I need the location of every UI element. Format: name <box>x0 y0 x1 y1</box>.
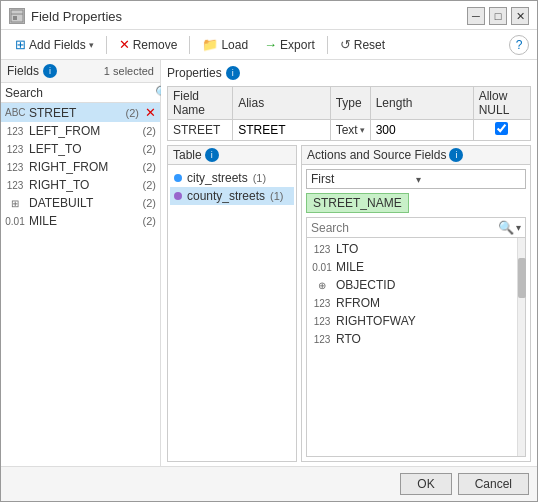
table-row: STREET Text ▾ <box>168 120 531 141</box>
table-subpanel-label: Table <box>173 148 202 162</box>
minimize-button[interactable]: ─ <box>467 7 485 25</box>
actions-list-item[interactable]: 123RIGHTOFWAY <box>307 312 517 330</box>
reset-button[interactable]: ↺ Reset <box>334 34 391 55</box>
length-input[interactable] <box>376 123 468 137</box>
actions-search-input[interactable] <box>311 221 498 235</box>
field-count-label: (2) <box>143 197 156 209</box>
table-info-icon[interactable]: i <box>205 148 219 162</box>
fields-info-icon[interactable]: i <box>43 64 57 78</box>
table-count-label: (1) <box>253 172 266 184</box>
cell-length[interactable] <box>370 120 473 141</box>
actions-list-item[interactable]: 123RTO <box>307 330 517 348</box>
remove-icon: ✕ <box>119 37 130 52</box>
list-item[interactable]: 123RIGHT_FROM(2) <box>1 158 160 176</box>
cell-allow-null[interactable] <box>473 120 530 141</box>
actions-list-item[interactable]: ⊕OBJECTID <box>307 276 517 294</box>
actions-search-bar: 🔍 ▾ <box>307 218 525 238</box>
list-item[interactable]: ⊞DATEBUILT(2) <box>1 194 160 212</box>
actions-info-icon[interactable]: i <box>449 148 463 162</box>
add-fields-button[interactable]: ⊞ Add Fields ▾ <box>9 34 100 55</box>
table-color-dot <box>174 174 182 182</box>
remove-label: Remove <box>133 38 178 52</box>
list-item[interactable]: 0.01MILE(2) <box>1 212 160 230</box>
separator-1 <box>106 36 107 54</box>
cell-alias[interactable] <box>233 120 331 141</box>
remove-button[interactable]: ✕ Remove <box>113 34 184 55</box>
actions-field-type-icon: 123 <box>312 244 332 255</box>
actions-list-item[interactable]: 123LTO <box>307 240 517 258</box>
actions-search-dropdown-arrow[interactable]: ▾ <box>516 222 521 233</box>
field-type-icon: 123 <box>5 144 25 155</box>
list-item[interactable]: 123LEFT_TO(2) <box>1 140 160 158</box>
fields-header: Fields i 1 selected <box>1 60 160 83</box>
title-buttons: ─ □ ✕ <box>467 7 529 25</box>
col-length: Length <box>370 87 473 120</box>
table-list-item[interactable]: county_streets (1) <box>170 187 294 205</box>
load-button[interactable]: 📁 Load <box>196 34 254 55</box>
left-panel: Fields i 1 selected 🔍 ▾ ABCSTREET(2)✕123… <box>1 60 161 466</box>
table-name-label: county_streets <box>187 189 265 203</box>
list-item[interactable]: ABCSTREET(2)✕ <box>1 103 160 122</box>
svg-rect-2 <box>13 16 17 20</box>
field-name-label: STREET <box>29 106 122 120</box>
actions-field-name: RTO <box>336 332 361 346</box>
table-color-dot <box>174 192 182 200</box>
actions-field-type-icon: 123 <box>312 316 332 327</box>
field-type-icon: 0.01 <box>5 216 25 227</box>
list-item[interactable]: 123LEFT_FROM(2) <box>1 122 160 140</box>
table-list-item[interactable]: city_streets (1) <box>170 169 294 187</box>
col-type: Type <box>330 87 370 120</box>
first-select[interactable]: First ▾ <box>306 169 526 189</box>
restore-button[interactable]: □ <box>489 7 507 25</box>
actions-list-item[interactable]: 0.01MILE <box>307 258 517 276</box>
properties-header: Properties i <box>167 64 531 82</box>
actions-field-name: MILE <box>336 260 364 274</box>
field-name-label: RIGHT_TO <box>29 178 139 192</box>
export-button[interactable]: → Export <box>258 34 321 55</box>
cell-field-name: STREET <box>168 120 233 141</box>
fields-search-input[interactable] <box>5 86 155 100</box>
main-area: Fields i 1 selected 🔍 ▾ ABCSTREET(2)✕123… <box>1 60 537 466</box>
help-button[interactable]: ? <box>509 35 529 55</box>
actions-search-icon: 🔍 <box>498 220 514 235</box>
alias-input[interactable] <box>238 123 325 137</box>
field-name-label: RIGHT_FROM <box>29 160 139 174</box>
field-count-label: (2) <box>143 143 156 155</box>
field-type-icon: ABC <box>5 107 25 118</box>
ok-button[interactable]: OK <box>400 473 451 495</box>
scrollbar-thumb <box>518 258 526 298</box>
type-dropdown-arrow[interactable]: ▾ <box>360 125 365 135</box>
field-count-label: (2) <box>143 125 156 137</box>
properties-label: Properties <box>167 66 222 80</box>
scrollbar[interactable] <box>517 238 525 456</box>
properties-info-icon[interactable]: i <box>226 66 240 80</box>
first-select-arrow: ▾ <box>416 174 521 185</box>
close-button[interactable]: ✕ <box>511 7 529 25</box>
actions-field-list: 123LTO0.01MILE⊕OBJECTID123RFROM123RIGHTO… <box>307 238 517 456</box>
reset-icon: ↺ <box>340 37 351 52</box>
title-bar: Field Properties ─ □ ✕ <box>1 1 537 30</box>
field-count-label: (2) <box>143 161 156 173</box>
list-item[interactable]: 123RIGHT_TO(2) <box>1 176 160 194</box>
field-properties-window: Field Properties ─ □ ✕ ⊞ Add Fields ▾ ✕ … <box>0 0 538 502</box>
actions-label: Actions and Source Fields <box>307 148 446 162</box>
actions-field-name: OBJECTID <box>336 278 395 292</box>
field-type-icon: 123 <box>5 126 25 137</box>
col-field-name: Field Name <box>168 87 233 120</box>
actions-list-item[interactable]: 123RFROM <box>307 294 517 312</box>
load-label: Load <box>221 38 248 52</box>
cell-type[interactable]: Text ▾ <box>330 120 370 141</box>
remove-field-icon[interactable]: ✕ <box>145 105 156 120</box>
field-name-label: LEFT_TO <box>29 142 139 156</box>
source-field-tag: STREET_NAME <box>306 193 409 213</box>
load-icon: 📁 <box>202 37 218 52</box>
actions-field-name: RIGHTOFWAY <box>336 314 416 328</box>
reset-label: Reset <box>354 38 385 52</box>
allow-null-checkbox[interactable] <box>495 122 508 135</box>
field-list: ABCSTREET(2)✕123LEFT_FROM(2)123LEFT_TO(2… <box>1 103 160 466</box>
actions-field-name: RFROM <box>336 296 380 310</box>
right-panel: Properties i Field Name Alias Type Lengt… <box>161 60 537 466</box>
actions-field-type-icon: 123 <box>312 334 332 345</box>
cancel-button[interactable]: Cancel <box>458 473 529 495</box>
add-dropdown-arrow[interactable]: ▾ <box>89 40 94 50</box>
